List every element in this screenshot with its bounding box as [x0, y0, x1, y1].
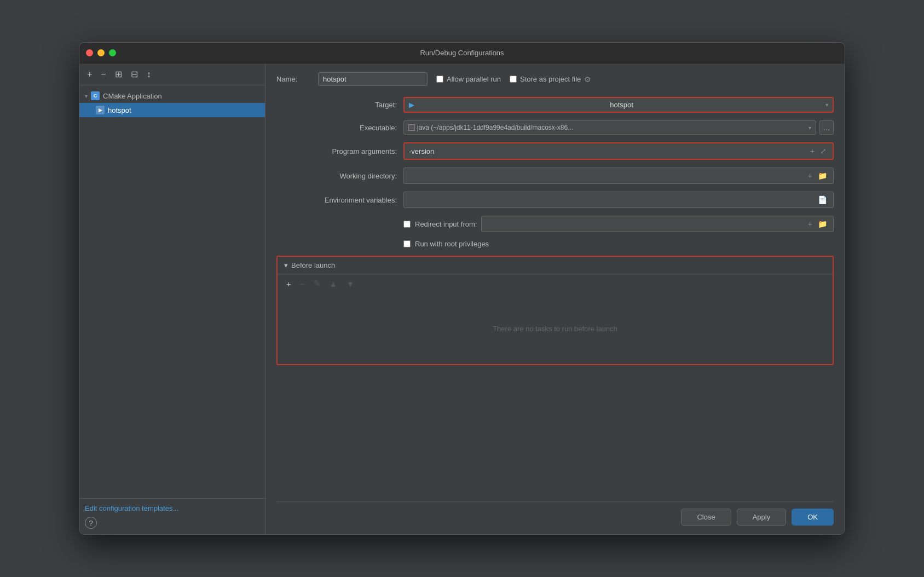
program-args-control: -version + ⤢ [403, 142, 834, 160]
program-args-input[interactable]: -version + ⤢ [403, 142, 834, 160]
allow-parallel-checkbox[interactable] [436, 76, 443, 83]
target-select[interactable]: ▶ hotspot ▾ [403, 97, 834, 113]
run-with-root-checkbox[interactable] [403, 240, 411, 247]
executable-row: Executable: java (~/apps/jdk11-1ddf9a99e… [276, 120, 834, 135]
program-args-icons: + ⤢ [809, 146, 828, 156]
redirect-input-icons: + 📁 [806, 219, 829, 229]
program-args-value: -version [409, 147, 434, 155]
ok-button[interactable]: OK [792, 509, 834, 526]
before-launch-toolbar: + − ✎ ▲ ▼ [278, 274, 833, 293]
store-as-project-checkbox[interactable] [510, 76, 517, 83]
group-chevron-icon: ▾ [85, 93, 88, 99]
working-dir-label: Working directory: [276, 172, 397, 180]
executable-select[interactable]: java (~/apps/jdk11-1ddf9a99e4ad/build/ma… [403, 120, 816, 135]
help-button[interactable]: ? [85, 517, 97, 529]
redirect-input-field[interactable]: + 📁 [481, 216, 834, 232]
before-launch-title: Before launch [291, 261, 335, 269]
group-label: CMake Application [103, 92, 162, 100]
before-launch-edit-button[interactable]: ✎ [311, 278, 323, 290]
before-launch-section: ▾ Before launch + − ✎ ▲ ▼ There are no t… [276, 256, 834, 365]
executable-browse-button[interactable]: … [819, 120, 834, 135]
before-launch-empty-text: There are no tasks to run before launch [493, 325, 617, 333]
working-dir-control: + 📁 [403, 168, 834, 184]
before-launch-add-button[interactable]: + [284, 278, 293, 290]
run-with-root-row: Run with root privileges [276, 240, 834, 248]
target-value: hotspot [610, 101, 633, 109]
target-play-icon: ▶ [409, 101, 414, 109]
redirect-input-row: Redirect input from: + 📁 [276, 216, 834, 232]
title-bar: Run/Debug Configurations [79, 43, 845, 64]
target-control: ▶ hotspot ▾ [403, 97, 834, 113]
close-button[interactable]: Close [681, 509, 731, 526]
sidebar: + − ⊞ ⊟ ↕ ▾ C CMake Application ▶ hotspo… [79, 64, 265, 534]
maximize-button[interactable] [109, 49, 116, 56]
edit-templates-link[interactable]: Edit configuration templates... [85, 504, 178, 512]
executable-control: java (~/apps/jdk11-1ddf9a99e4ad/build/ma… [403, 120, 834, 135]
allow-parallel-label: Allow parallel run [447, 75, 501, 83]
main-panel: Name: Allow parallel run Store as projec… [265, 64, 845, 534]
window-title: Run/Debug Configurations [420, 49, 504, 57]
target-row: Target: ▶ hotspot ▾ [276, 97, 834, 113]
footer: Close Apply OK [276, 501, 834, 526]
executable-chevron-icon: ▾ [809, 125, 811, 131]
config-item-label: hotspot [108, 106, 131, 114]
remove-config-button[interactable]: − [99, 68, 108, 80]
env-vars-control: 📄 [403, 192, 834, 208]
name-label: Name: [276, 75, 309, 83]
executable-label: Executable: [276, 124, 397, 132]
env-vars-edit-icon[interactable]: 📄 [816, 195, 829, 205]
env-vars-icons: 📄 [816, 195, 829, 205]
program-args-expand-icon[interactable]: ⤢ [818, 146, 828, 156]
cmake-application-group[interactable]: ▾ C CMake Application [79, 89, 265, 103]
allow-parallel-group: Allow parallel run [436, 75, 501, 83]
program-args-label: Program arguments: [276, 147, 397, 155]
minimize-button[interactable] [97, 49, 105, 56]
working-dir-input[interactable]: + 📁 [403, 168, 834, 184]
target-label: Target: [276, 101, 397, 109]
env-vars-input[interactable]: 📄 [403, 192, 834, 208]
move-config-button[interactable]: ⊟ [129, 68, 140, 80]
executable-value: java (~/apps/jdk11-1ddf9a99e4ad/build/ma… [417, 124, 573, 131]
before-launch-header[interactable]: ▾ Before launch [278, 257, 833, 274]
before-launch-content: There are no tasks to run before launch [278, 293, 833, 364]
redirect-input-label: Redirect input from: [415, 220, 477, 228]
redirect-browse-icon[interactable]: 📁 [816, 219, 829, 229]
env-vars-label: Environment variables: [276, 196, 397, 204]
cmake-icon: C [91, 91, 100, 100]
traffic-lights [86, 49, 116, 56]
redirect-add-icon[interactable]: + [806, 219, 814, 229]
run-with-root-label: Run with root privileges [415, 240, 489, 248]
run-debug-configurations-window: Run/Debug Configurations + − ⊞ ⊟ ↕ ▾ C C… [79, 42, 845, 535]
sidebar-toolbar: + − ⊞ ⊟ ↕ [79, 64, 265, 85]
before-launch-move-down-button[interactable]: ▼ [344, 278, 356, 290]
program-args-add-icon[interactable]: + [809, 146, 816, 156]
hotspot-config-item[interactable]: ▶ hotspot [79, 103, 265, 117]
content-area: + − ⊞ ⊟ ↕ ▾ C CMake Application ▶ hotspo… [79, 64, 845, 534]
executable-icon: java (~/apps/jdk11-1ddf9a99e4ad/build/ma… [408, 124, 573, 131]
store-as-project-group: Store as project file ⚙ [510, 75, 591, 84]
config-item-icon: ▶ [96, 106, 105, 114]
before-launch-remove-button[interactable]: − [298, 278, 307, 290]
redirect-input-checkbox[interactable] [403, 221, 411, 228]
working-dir-add-icon[interactable]: + [806, 171, 814, 181]
sort-config-button[interactable]: ↕ [145, 68, 153, 80]
store-as-project-label: Store as project file [520, 75, 581, 83]
name-input[interactable] [318, 72, 428, 86]
sidebar-bottom: Edit configuration templates... ? [79, 498, 265, 534]
target-chevron-icon: ▾ [825, 102, 828, 108]
before-launch-move-up-button[interactable]: ▲ [327, 278, 340, 290]
name-row: Name: Allow parallel run Store as projec… [276, 72, 834, 86]
copy-config-button[interactable]: ⊞ [113, 68, 124, 80]
working-dir-icons: + 📁 [806, 171, 829, 181]
form-section: Target: ▶ hotspot ▾ Executable: [276, 97, 834, 496]
sidebar-tree: ▾ C CMake Application ▶ hotspot [79, 85, 265, 498]
env-vars-row: Environment variables: 📄 [276, 192, 834, 208]
gear-icon[interactable]: ⚙ [584, 75, 591, 84]
before-launch-chevron-icon: ▾ [284, 261, 288, 269]
program-args-row: Program arguments: -version + ⤢ [276, 142, 834, 160]
working-dir-browse-icon[interactable]: 📁 [816, 171, 829, 181]
exe-box-icon [408, 124, 415, 131]
apply-button[interactable]: Apply [737, 509, 787, 526]
close-button[interactable] [86, 49, 93, 56]
add-config-button[interactable]: + [85, 68, 94, 80]
